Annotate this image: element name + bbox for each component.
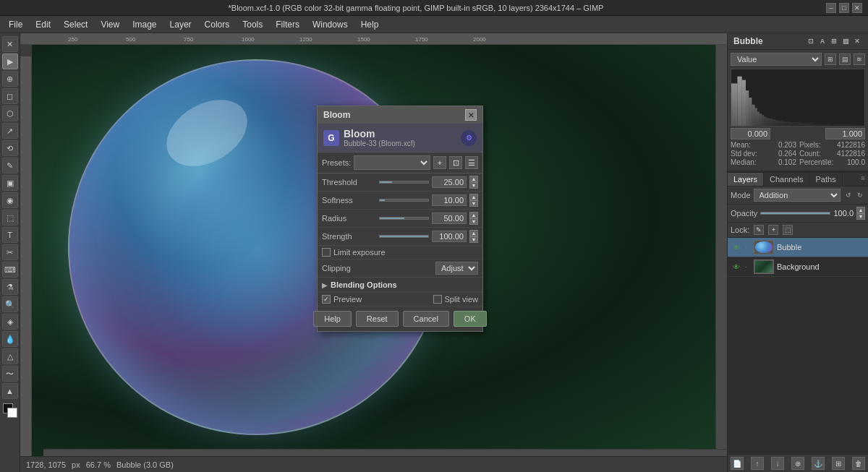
clipping-select[interactable]: Adjust Clip	[435, 262, 478, 275]
layer-visibility-bubble[interactable]: 👁	[731, 241, 742, 253]
opacity-up[interactable]: ▲	[856, 207, 865, 213]
tool-eraser[interactable]: ◉	[2, 192, 18, 208]
layer-item-background[interactable]: 👁 · Background	[728, 257, 868, 277]
threshold-down[interactable]: ▼	[469, 182, 478, 189]
layer-delete-button[interactable]: 🗑	[852, 457, 865, 470]
tool-clone[interactable]: ✂	[2, 244, 18, 260]
tool-free-select[interactable]: ▶	[2, 53, 18, 69]
softness-slider[interactable]	[379, 199, 429, 202]
reset-button[interactable]: Reset	[356, 311, 399, 327]
layer-down-button[interactable]: ↓	[771, 457, 784, 470]
blending-options-row[interactable]: ▶ Blending Options	[318, 278, 482, 293]
preview-checkbox[interactable]: ✓	[322, 295, 331, 304]
tool-heal[interactable]: ⌨	[2, 262, 18, 278]
tab-layers[interactable]: Layers	[728, 173, 764, 186]
radius-up[interactable]: ▲	[469, 212, 478, 218]
menu-file[interactable]: File	[3, 18, 28, 31]
menu-layer[interactable]: Layer	[164, 18, 197, 31]
tool-pencil[interactable]: ✎	[2, 158, 18, 173]
panel-icon-5[interactable]: ✕	[852, 36, 862, 46]
tool-perspective[interactable]: ▲	[2, 383, 18, 399]
histogram-icon-2[interactable]: ▤	[839, 53, 851, 65]
tool-zoom[interactable]: 🔍	[2, 296, 18, 312]
layer-duplicate-button[interactable]: ⊕	[791, 457, 804, 470]
menu-select[interactable]: Select	[58, 18, 93, 31]
lock-position-btn[interactable]: +	[768, 225, 778, 235]
histogram-icon-1[interactable]: ⊞	[825, 53, 836, 65]
panel-icon-1[interactable]: ⊡	[806, 36, 816, 46]
histogram-channel-select[interactable]: Value Red Green Blue	[731, 53, 822, 66]
menu-view[interactable]: View	[95, 18, 125, 31]
cancel-button[interactable]: Cancel	[403, 311, 449, 327]
tool-measure[interactable]: ◈	[2, 314, 18, 330]
radius-input[interactable]	[432, 213, 467, 224]
panel-icon-3[interactable]: ⊞	[829, 36, 839, 46]
layer-up-button[interactable]: ↑	[751, 457, 764, 470]
tab-paths[interactable]: Paths	[810, 173, 843, 186]
menu-help[interactable]: Help	[355, 18, 385, 31]
radius-down[interactable]: ▼	[469, 218, 478, 225]
tool-rect-select[interactable]: ⊕	[2, 71, 18, 87]
dialog-close-button[interactable]: ✕	[465, 109, 477, 121]
tool-arrow[interactable]: ✕	[2, 36, 18, 52]
layer-anchor-button[interactable]: ⚓	[812, 457, 825, 470]
split-view-checkbox[interactable]	[433, 295, 442, 304]
menu-windows[interactable]: Windows	[307, 18, 354, 31]
threshold-up[interactable]: ▲	[469, 176, 478, 182]
tool-paintbrush[interactable]: ▣	[2, 175, 18, 191]
layer-mode-icon-2[interactable]: ↻	[855, 190, 865, 200]
layer-mode-select[interactable]: Addition Normal Multiply Screen	[754, 189, 841, 202]
opacity-down[interactable]: ▼	[856, 213, 865, 220]
layer-merge-button[interactable]: ⊞	[832, 457, 845, 470]
panel-icon-4[interactable]: ▤	[841, 36, 851, 46]
panel-icon-2[interactable]: A	[817, 36, 827, 46]
strength-input[interactable]	[432, 231, 467, 242]
tool-colorpicker[interactable]: 💧	[2, 331, 18, 347]
layer-mode-icon-1[interactable]: ↺	[843, 190, 854, 200]
threshold-slider[interactable]	[379, 181, 429, 184]
tool-fuzzy-select[interactable]: ⬡	[2, 106, 18, 121]
strength-slider[interactable]	[379, 235, 429, 238]
histogram-range-low[interactable]	[731, 128, 770, 140]
presets-add-button[interactable]: +	[433, 156, 446, 169]
tool-text[interactable]: T	[2, 227, 18, 243]
layer-visibility-background[interactable]: 👁	[731, 261, 742, 273]
scrollbar-vertical[interactable]	[715, 45, 727, 449]
tool-smudge[interactable]: 〜	[2, 366, 18, 382]
tool-rotate[interactable]: ⟲	[2, 140, 18, 156]
tool-fill[interactable]: ⬚	[2, 210, 18, 226]
softness-input[interactable]	[432, 194, 467, 206]
radius-slider[interactable]	[379, 217, 429, 220]
layer-item-bubble[interactable]: 👁 · Bubble	[728, 238, 868, 257]
opacity-slider[interactable]	[760, 212, 830, 215]
softness-down[interactable]: ▼	[469, 200, 478, 207]
layer-new-button[interactable]: 📄	[731, 457, 744, 470]
ok-button[interactable]: OK	[454, 311, 487, 327]
menu-edit[interactable]: Edit	[30, 18, 56, 31]
presets-menu-button[interactable]: ☰	[465, 156, 478, 169]
histogram-range-high[interactable]	[825, 128, 865, 140]
tool-gradient[interactable]: △	[2, 348, 18, 364]
softness-up[interactable]: ▲	[469, 194, 478, 200]
menu-colors[interactable]: Colors	[199, 18, 236, 31]
close-button[interactable]: ✕	[852, 3, 862, 13]
histogram-icon-3[interactable]: ≋	[854, 53, 865, 65]
tool-dodge[interactable]: ⚗	[2, 279, 18, 295]
minimize-button[interactable]: –	[826, 3, 836, 13]
lock-alpha-btn[interactable]: ⬚	[783, 225, 793, 235]
maximize-button[interactable]: □	[839, 3, 849, 13]
tool-crop[interactable]: ↗	[2, 123, 18, 139]
plugin-settings-icon[interactable]: ⚙	[461, 130, 477, 146]
limit-exposure-checkbox[interactable]	[322, 248, 331, 257]
lock-pixels-btn[interactable]: ✎	[754, 225, 764, 235]
presets-save-button[interactable]: ⊡	[449, 156, 462, 169]
foreground-color[interactable]	[3, 403, 17, 418]
tool-ellipse-select[interactable]: ◻	[2, 88, 18, 104]
tab-channels[interactable]: Channels	[764, 173, 809, 186]
help-button[interactable]: Help	[313, 311, 352, 327]
threshold-input[interactable]	[432, 176, 467, 188]
menu-filters[interactable]: Filters	[270, 18, 305, 31]
strength-up[interactable]: ▲	[469, 230, 478, 236]
menu-tools[interactable]: Tools	[237, 18, 268, 31]
layers-panel-menu[interactable]: ≡	[858, 173, 868, 186]
